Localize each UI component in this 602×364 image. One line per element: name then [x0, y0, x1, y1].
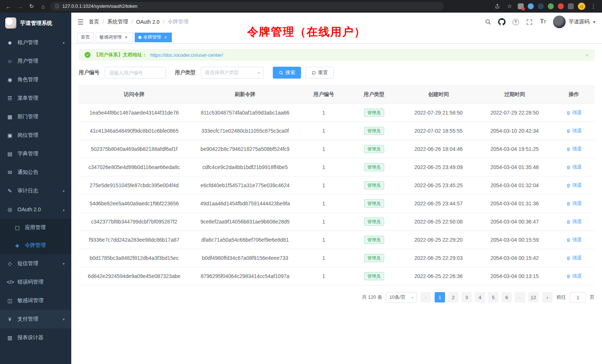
sidebar-toggle-icon[interactable]: ☰ — [77, 18, 84, 26]
extension-icon-4[interactable] — [548, 3, 554, 9]
tab-close-icon[interactable]: × — [163, 35, 168, 40]
refresh-token-cell: b0df4980ffd34c67a08f9156e4eee733 — [190, 249, 301, 267]
page-size-select[interactable]: 10条/页 ▾ — [386, 292, 417, 302]
view-tab[interactable]: 令牌管理 × — [135, 33, 172, 42]
sidebar-item[interactable]: </> 错误码管理 — [0, 273, 71, 291]
sidebar-item[interactable]: ☻ 租户管理 ▾ — [0, 33, 71, 52]
sidebar-item[interactable]: ▣ 岗位管理 — [0, 126, 71, 145]
force-logout-button[interactable]: 强退 — [566, 146, 582, 152]
user-menu[interactable]: 芋道源码 ▼ — [553, 16, 596, 28]
next-page-button[interactable]: › — [542, 292, 553, 302]
user-type-cell: 管理员 — [347, 140, 401, 158]
tab-label: 令牌管理 — [143, 34, 161, 40]
page-button[interactable]: 3 — [461, 292, 472, 302]
sidebar-item[interactable]: ◉ 角色管理 — [0, 70, 71, 89]
browser-menu-icon[interactable]: ⋮ — [589, 2, 598, 10]
sidebar-item[interactable]: ◇ 短信管理 ▾ — [0, 254, 71, 273]
search-button[interactable]: 搜索 — [273, 67, 301, 79]
dropdown-caret-icon: ▼ — [592, 20, 596, 24]
sidebar-item[interactable]: ▢ 应用管理 — [0, 219, 71, 236]
user-id-input[interactable] — [105, 67, 166, 79]
sidebar-item-label: 部门管理 — [17, 113, 38, 120]
sidebar-item[interactable]: ☰ 菜单管理 — [0, 89, 71, 107]
page-button[interactable]: 2 — [448, 292, 458, 302]
sidebar-item-icon: ✉ — [7, 169, 13, 175]
font-size-icon[interactable]: TT — [539, 18, 547, 26]
page-button[interactable]: ··· — [515, 292, 525, 302]
home-button[interactable]: ⌂ — [39, 2, 47, 10]
address-bar[interactable]: ⓘ 127.0.0.1:1024/system/oauth2/token — [50, 2, 444, 11]
reload-button[interactable]: ↻ — [27, 2, 36, 10]
force-logout-button[interactable]: 强退 — [566, 236, 582, 243]
sidebar-item-icon: ▤ — [7, 151, 13, 157]
force-logout-button[interactable]: 强退 — [566, 182, 582, 189]
sidebar-item[interactable]: ✉ 通知公告 — [0, 163, 71, 182]
table-row: c342377bf8b344799dcbf7bf095287f2 9ce8ef2… — [79, 213, 595, 231]
help-icon[interactable]: ? — [512, 18, 519, 26]
trash-icon — [566, 201, 571, 206]
prev-page-button[interactable]: ‹ — [421, 292, 431, 302]
bookmark-star-icon[interactable]: ☆ — [506, 2, 514, 10]
user-type-select[interactable]: 请选择用户类型 ▾ — [201, 67, 264, 79]
sidebar-item[interactable]: ◎ OAuth 2.0 ▴ — [0, 200, 71, 219]
refresh-token-cell: 811c530487574fa0af1a59d3abc1aa66 — [190, 104, 301, 122]
reset-button[interactable]: 重置 — [305, 67, 334, 79]
page-button[interactable]: 6 — [501, 292, 512, 302]
sidebar-item[interactable]: ¥ 支付管理 ▾ — [0, 310, 71, 328]
table-header-row: 访问令牌 刷新令牌 用户编号 用户类型 创建时间 过期时间 操作 — [79, 86, 595, 104]
sidebar-item[interactable]: ✎ 审计日志 ▾ — [0, 182, 71, 200]
doc-alert: ✓ 【用户体系】文档地址： https://doc.iocoder.cn/use… — [79, 49, 595, 61]
created-time-cell: 2022-06-25 23:49:09 — [401, 158, 476, 176]
page-button[interactable]: 12 — [528, 292, 539, 302]
tab-close-icon[interactable]: × — [124, 35, 129, 40]
app-logo[interactable]: 芋道管理系统 — [0, 13, 71, 33]
page-button[interactable]: 5 — [488, 292, 498, 302]
page-button[interactable]: 4 — [475, 292, 485, 302]
sidebar-item-label: 支付管理 — [17, 316, 38, 322]
sidebar-item[interactable]: ▥ 报表设计器 — [0, 328, 71, 347]
sidebar-item[interactable]: ▤ 字典管理 — [0, 145, 71, 163]
force-logout-button[interactable]: 强退 — [566, 128, 582, 134]
column-header-refresh-token: 刷新令牌 — [190, 86, 301, 103]
breadcrumb-oauth[interactable]: OAuth 2.0 — [136, 19, 160, 25]
page-size-value: 10条/页 — [389, 294, 406, 301]
extension-icon-6[interactable] — [568, 3, 574, 9]
extension-icon-1[interactable] — [518, 3, 524, 9]
sidebar-item-icon: ☰ — [7, 95, 13, 101]
url-text[interactable]: 127.0.0.1:1024/system/oauth2/token — [62, 4, 137, 9]
sidebar-item[interactable]: ▦ 部门管理 — [0, 107, 71, 126]
breadcrumb-home[interactable]: 首页 — [89, 19, 99, 25]
sidebar-item[interactable]: ☺ 用户管理 — [0, 52, 71, 70]
sidebar-item[interactable]: ◫ 敏感词管理 — [0, 291, 71, 310]
alert-close-icon[interactable]: × — [585, 52, 589, 58]
site-info-icon[interactable]: ⓘ — [55, 3, 59, 10]
doc-link[interactable]: https://doc.iocoder.cn/user-center/ — [150, 52, 223, 58]
view-tab[interactable]: 敏感词管理 × — [96, 33, 132, 42]
share-icon[interactable] — [493, 2, 501, 10]
github-icon[interactable] — [498, 18, 506, 26]
force-logout-label: 强退 — [572, 200, 582, 207]
extension-icon-2[interactable] — [528, 3, 534, 9]
breadcrumb-system[interactable]: 系统管理 — [107, 19, 128, 25]
fullscreen-icon[interactable] — [526, 18, 533, 26]
force-logout-button[interactable]: 强退 — [566, 164, 582, 171]
back-button[interactable]: ← — [4, 2, 13, 10]
user-type-cell: 管理员 — [347, 195, 401, 212]
force-logout-button[interactable]: 强退 — [566, 255, 582, 261]
sidebar-item-label: 租户管理 — [17, 39, 38, 46]
browser-profile-avatar[interactable]: ☺ — [578, 3, 585, 10]
extension-icon-5[interactable] — [558, 3, 564, 9]
forward-button[interactable]: → — [16, 2, 24, 10]
force-logout-button[interactable]: 强退 — [566, 273, 582, 279]
goto-page-input[interactable] — [570, 292, 586, 302]
page-button[interactable]: 1 — [435, 292, 445, 302]
search-icon[interactable] — [484, 18, 492, 26]
force-logout-button[interactable]: 强退 — [566, 200, 582, 207]
sidebar-item[interactable]: ◈ 令牌管理 — [0, 236, 71, 254]
sidebar-item-label: 用户管理 — [17, 58, 38, 64]
extension-icon-3[interactable] — [538, 3, 544, 9]
view-tab[interactable]: 首页 × — [77, 33, 94, 42]
force-logout-button[interactable]: 强退 — [566, 218, 582, 225]
force-logout-button[interactable]: 强退 — [566, 109, 582, 116]
user-avatar — [553, 16, 566, 28]
